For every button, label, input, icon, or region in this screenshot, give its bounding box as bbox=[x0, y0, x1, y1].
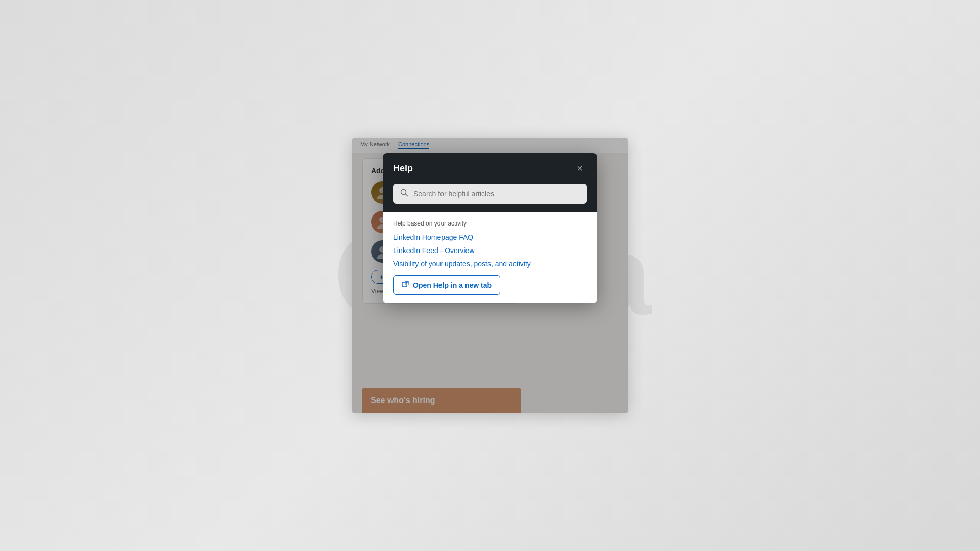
search-area bbox=[383, 184, 597, 212]
open-help-label: Open Help in a new tab bbox=[413, 281, 492, 289]
linkedin-background: My Network Connections Add to your netwo… bbox=[352, 138, 628, 413]
open-help-button[interactable]: Open Help in a new tab bbox=[393, 275, 500, 295]
section-label: Help based on your activity bbox=[393, 220, 587, 227]
help-link-homepage-faq[interactable]: LinkedIn Homepage FAQ bbox=[393, 233, 587, 241]
modal-title: Help bbox=[393, 163, 413, 174]
modal-header: Help × bbox=[383, 153, 597, 184]
search-box bbox=[393, 184, 587, 204]
close-button[interactable]: × bbox=[573, 161, 587, 176]
browser-window: My Network Connections Add to your netwo… bbox=[352, 138, 628, 413]
modal-body: Help based on your activity LinkedIn Hom… bbox=[383, 212, 597, 303]
svg-rect-8 bbox=[402, 282, 407, 287]
help-link-visibility[interactable]: Visibility of your updates, posts, and a… bbox=[393, 260, 587, 268]
svg-line-7 bbox=[406, 194, 408, 196]
help-link-feed-overview[interactable]: LinkedIn Feed - Overview bbox=[393, 246, 587, 255]
external-link-icon bbox=[402, 281, 409, 289]
search-icon bbox=[400, 189, 408, 198]
help-modal: Help × bbox=[383, 153, 597, 303]
page-background: Cul Za My Network Connections Add to you… bbox=[0, 0, 980, 551]
search-input[interactable] bbox=[413, 190, 580, 198]
